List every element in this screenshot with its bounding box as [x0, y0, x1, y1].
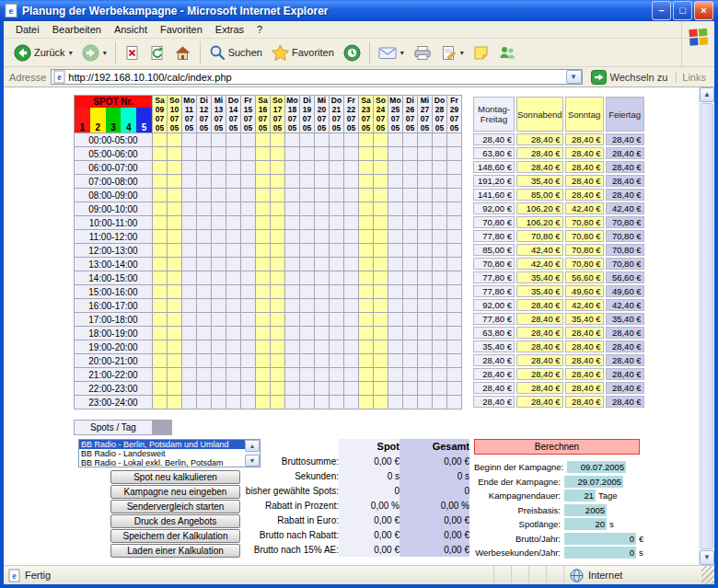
- schedule-cell[interactable]: [418, 216, 433, 230]
- schedule-cell[interactable]: [182, 216, 197, 230]
- schedule-cell[interactable]: [153, 216, 168, 230]
- schedule-cell[interactable]: [285, 161, 300, 175]
- schedule-cell[interactable]: [447, 147, 462, 161]
- schedule-cell[interactable]: [182, 147, 197, 161]
- schedule-cell[interactable]: [447, 161, 462, 175]
- schedule-cell[interactable]: [300, 258, 315, 271]
- schedule-cell[interactable]: [300, 382, 315, 396]
- schedule-cell[interactable]: [212, 354, 226, 368]
- schedule-cell[interactable]: [315, 216, 330, 230]
- scroll-down-button[interactable]: ▼: [700, 550, 714, 565]
- schedule-cell[interactable]: [300, 396, 315, 409]
- schedule-cell[interactable]: [374, 189, 388, 202]
- schedule-cell[interactable]: [418, 258, 433, 271]
- schedule-cell[interactable]: [403, 340, 418, 354]
- schedule-cell[interactable]: [226, 313, 241, 327]
- schedule-cell[interactable]: [447, 396, 462, 409]
- schedule-cell[interactable]: [447, 340, 462, 354]
- schedule-cell[interactable]: [256, 175, 271, 189]
- schedule-cell[interactable]: [241, 327, 256, 340]
- schedule-cell[interactable]: [374, 175, 388, 189]
- menu-item-extras[interactable]: Extras: [209, 22, 250, 37]
- schedule-cell[interactable]: [330, 133, 344, 147]
- schedule-cell[interactable]: [447, 299, 462, 313]
- schedule-cell[interactable]: [271, 354, 285, 368]
- schedule-cell[interactable]: [359, 133, 374, 147]
- menu-item-ansicht[interactable]: Ansicht: [108, 22, 154, 37]
- schedule-cell[interactable]: [197, 133, 212, 147]
- schedule-cell[interactable]: [388, 299, 403, 313]
- schedule-cell[interactable]: [447, 285, 462, 299]
- schedule-cell[interactable]: [344, 216, 359, 230]
- schedule-cell[interactable]: [388, 189, 403, 202]
- schedule-cell[interactable]: [359, 161, 374, 175]
- schedule-cell[interactable]: [168, 258, 182, 271]
- schedule-cell[interactable]: [226, 189, 241, 202]
- schedule-cell[interactable]: [168, 271, 182, 285]
- berechnen-button[interactable]: Berechnen: [474, 439, 640, 455]
- schedule-cell[interactable]: [212, 299, 226, 313]
- schedule-cell[interactable]: [315, 368, 330, 382]
- schedule-cell[interactable]: [344, 230, 359, 244]
- schedule-cell[interactable]: [359, 189, 374, 202]
- schedule-cell[interactable]: [168, 354, 182, 368]
- schedule-cell[interactable]: [256, 202, 271, 216]
- schedule-cell[interactable]: [315, 340, 330, 354]
- schedule-cell[interactable]: [226, 244, 241, 258]
- schedule-cell[interactable]: [256, 368, 271, 382]
- field-input[interactable]: 29.07.2005: [564, 476, 623, 488]
- schedule-cell[interactable]: [241, 189, 256, 202]
- schedule-cell[interactable]: [256, 258, 271, 271]
- schedule-cell[interactable]: [403, 285, 418, 299]
- back-button[interactable]: Zurück ▾: [9, 42, 77, 63]
- schedule-cell[interactable]: [403, 368, 418, 382]
- schedule-cell[interactable]: [403, 161, 418, 175]
- schedule-cell[interactable]: [374, 354, 388, 368]
- schedule-cell[interactable]: [256, 216, 271, 230]
- schedule-cell[interactable]: [330, 313, 344, 327]
- schedule-cell[interactable]: [197, 271, 212, 285]
- schedule-cell[interactable]: [388, 202, 403, 216]
- schedule-cell[interactable]: [285, 285, 300, 299]
- schedule-cell[interactable]: [197, 147, 212, 161]
- schedule-cell[interactable]: [182, 382, 197, 396]
- schedule-cell[interactable]: [197, 189, 212, 202]
- schedule-cell[interactable]: [168, 230, 182, 244]
- schedule-cell[interactable]: [359, 354, 374, 368]
- schedule-cell[interactable]: [256, 340, 271, 354]
- schedule-cell[interactable]: [182, 271, 197, 285]
- schedule-cell[interactable]: [226, 133, 241, 147]
- schedule-cell[interactable]: [153, 161, 168, 175]
- schedule-cell[interactable]: [256, 382, 271, 396]
- schedule-cell[interactable]: [212, 216, 226, 230]
- schedule-cell[interactable]: [403, 230, 418, 244]
- schedule-cell[interactable]: [241, 175, 256, 189]
- schedule-cell[interactable]: [418, 230, 433, 244]
- schedule-cell[interactable]: [256, 271, 271, 285]
- schedule-cell[interactable]: [285, 202, 300, 216]
- schedule-cell[interactable]: [241, 368, 256, 382]
- schedule-cell[interactable]: [433, 161, 447, 175]
- schedule-cell[interactable]: [182, 133, 197, 147]
- schedule-cell[interactable]: [285, 299, 300, 313]
- schedule-cell[interactable]: [388, 244, 403, 258]
- schedule-cell[interactable]: [418, 313, 433, 327]
- schedule-cell[interactable]: [212, 340, 226, 354]
- schedule-cell[interactable]: [359, 147, 374, 161]
- schedule-cell[interactable]: [447, 230, 462, 244]
- schedule-cell[interactable]: [344, 340, 359, 354]
- schedule-cell[interactable]: [168, 382, 182, 396]
- schedule-cell[interactable]: [433, 285, 447, 299]
- schedule-cell[interactable]: [344, 299, 359, 313]
- schedule-cell[interactable]: [344, 133, 359, 147]
- schedule-cell[interactable]: [344, 202, 359, 216]
- schedule-cell[interactable]: [388, 313, 403, 327]
- schedule-cell[interactable]: [359, 258, 374, 271]
- schedule-cell[interactable]: [315, 147, 330, 161]
- schedule-cell[interactable]: [285, 271, 300, 285]
- schedule-cell[interactable]: [256, 396, 271, 409]
- schedule-cell[interactable]: [153, 202, 168, 216]
- schedule-cell[interactable]: [271, 327, 285, 340]
- menu-item-help[interactable]: ?: [250, 22, 269, 37]
- schedule-cell[interactable]: [447, 354, 462, 368]
